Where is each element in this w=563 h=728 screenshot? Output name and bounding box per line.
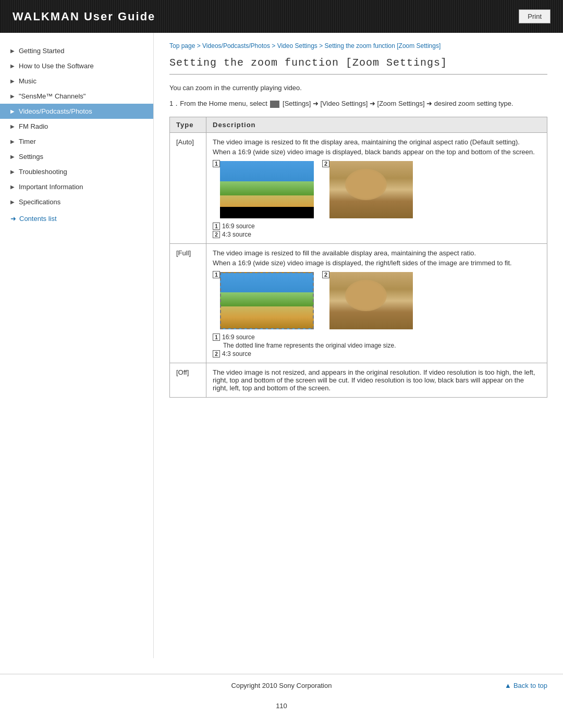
intro-text: You can zoom in the currently playing vi… — [169, 84, 547, 92]
sidebar-item-getting-started[interactable]: ▶ Getting Started — [0, 43, 153, 58]
chevron-right-icon: ▶ — [10, 93, 15, 99]
chevron-right-icon: ▶ — [10, 169, 15, 175]
chevron-right-icon: ▶ — [10, 154, 15, 159]
sidebar-item-music[interactable]: ▶ Music — [0, 73, 153, 89]
desc-off: The video image is not resized, and appe… — [206, 363, 547, 398]
image-num-1: 1 — [213, 271, 220, 278]
table-header-type: Type — [170, 117, 206, 133]
table-row-off: [Off] The video image is not resized, an… — [170, 363, 547, 398]
chevron-right-icon: ▶ — [10, 139, 15, 144]
dog-4-3-image — [329, 161, 413, 218]
sidebar-item-troubleshooting[interactable]: ▶ Troubleshooting — [0, 164, 153, 179]
breadcrumb: Top page > Videos/Podcasts/Photos > Vide… — [169, 33, 547, 57]
sidebar: ▶ Getting Started ▶ How to Use the Softw… — [0, 33, 154, 658]
header: WALKMAN User Guide Print — [0, 0, 563, 33]
step1-text: 1．From the Home menu, select [Settings] … — [169, 99, 547, 108]
chevron-right-icon: ▶ — [10, 63, 15, 69]
full-image-2: 2 — [322, 272, 413, 329]
breadcrumb-separator: > — [272, 42, 277, 50]
breadcrumb-toppage[interactable]: Top page — [169, 42, 195, 50]
sidebar-item-timer[interactable]: ▶ Timer — [0, 134, 153, 149]
badge-1: 1 — [213, 223, 220, 230]
source-note-1-full: 1 16:9 source — [213, 334, 541, 341]
breadcrumb-current[interactable]: Setting the zoom function [Zoom Settings… — [325, 42, 441, 50]
triangle-up-icon: ▲ — [505, 682, 511, 689]
source-note-2-full: 2 4:3 source — [213, 350, 541, 357]
image-num-2: 2 — [322, 160, 329, 167]
breadcrumb-videosettings[interactable]: Video Settings — [277, 42, 317, 50]
chevron-right-icon: ▶ — [10, 48, 15, 54]
page-layout: ▶ Getting Started ▶ How to Use the Softw… — [0, 33, 563, 658]
full-image-1: 1 — [213, 272, 314, 329]
chevron-right-icon: ▶ — [10, 124, 15, 129]
beach-16-9-image — [220, 161, 314, 218]
zoom-table: Type Description [Auto] The video image … — [169, 117, 547, 398]
source-note-2: 2 4:3 source — [213, 231, 541, 238]
image-num-1: 1 — [213, 160, 220, 167]
table-header-description: Description — [206, 117, 547, 133]
sidebar-item-fm-radio[interactable]: ▶ FM Radio — [0, 119, 153, 134]
footer: Copyright 2010 Sony Corporation ▲ Back t… — [0, 674, 563, 697]
sidebar-item-specifications[interactable]: ▶ Specifications — [0, 194, 153, 209]
arrow-right-icon: ➜ — [10, 215, 16, 223]
type-full: [Full] — [170, 244, 206, 363]
beach-full-image — [220, 272, 314, 329]
chevron-right-icon: ▶ — [10, 184, 15, 190]
desc-full: The video image is resized to fill the a… — [206, 244, 547, 363]
chevron-right-icon: ▶ — [10, 108, 15, 114]
auto-images: 1 2 — [213, 161, 541, 218]
contents-list-link[interactable]: ➜ Contents list — [0, 209, 153, 228]
image-num-2: 2 — [322, 271, 329, 278]
settings-icon — [270, 101, 279, 108]
type-off: [Off] — [170, 363, 206, 398]
auto-image-2: 2 — [322, 161, 413, 218]
dog-full-image — [329, 272, 413, 329]
sidebar-item-sensme[interactable]: ▶ "SensMe™ Channels" — [0, 89, 153, 104]
full-images: 1 2 — [213, 272, 541, 329]
desc-auto: The video image is resized to fit the di… — [206, 133, 547, 244]
table-row-auto: [Auto] The video image is resized to fit… — [170, 133, 547, 244]
back-to-top-link[interactable]: ▲ Back to top — [505, 682, 547, 689]
copyright-text: Copyright 2010 Sony Corporation — [193, 682, 370, 689]
breadcrumb-separator: > — [319, 42, 324, 50]
sidebar-item-how-to-use[interactable]: ▶ How to Use the Software — [0, 58, 153, 73]
table-row-full: [Full] The video image is resized to fil… — [170, 244, 547, 363]
badge-2: 2 — [213, 350, 220, 357]
chevron-right-icon: ▶ — [10, 199, 15, 205]
breadcrumb-videos[interactable]: Videos/Podcasts/Photos — [202, 42, 270, 50]
app-title: WALKMAN User Guide — [13, 10, 155, 23]
print-button[interactable]: Print — [519, 9, 550, 23]
sidebar-item-important[interactable]: ▶ Important Information — [0, 179, 153, 194]
source-note-1: 1 16:9 source — [213, 223, 541, 230]
dotted-line-note: The dotted line frame represents the ori… — [223, 342, 541, 349]
chevron-right-icon: ▶ — [10, 78, 15, 84]
badge-2: 2 — [213, 231, 220, 238]
page-number: 110 — [0, 697, 563, 715]
page-title: Setting the zoom function [Zoom Settings… — [169, 57, 547, 75]
sidebar-item-videos[interactable]: ▶ Videos/Podcasts/Photos — [0, 104, 153, 119]
auto-image-1: 1 — [213, 161, 314, 218]
type-auto: [Auto] — [170, 133, 206, 244]
badge-1: 1 — [213, 334, 220, 341]
sidebar-item-settings[interactable]: ▶ Settings — [0, 149, 153, 164]
breadcrumb-separator: > — [197, 42, 202, 50]
main-content: Top page > Videos/Podcasts/Photos > Vide… — [154, 33, 563, 658]
